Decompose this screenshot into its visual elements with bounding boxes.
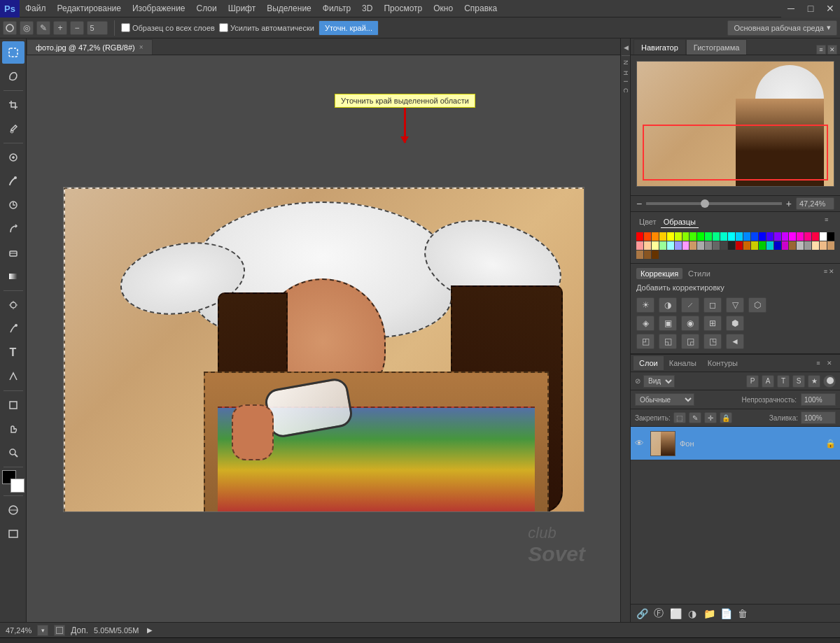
layers-close-btn[interactable]: ✕ (825, 358, 834, 368)
background-color[interactable] (10, 479, 24, 493)
correction-menu[interactable]: ≡ (824, 268, 827, 279)
blend-mode-select[interactable]: Обычные (635, 393, 694, 406)
zoom-level-btn[interactable]: ▾ (37, 625, 48, 636)
brush-size-input[interactable]: 5 (87, 21, 108, 35)
correction-tab[interactable]: Коррекция (636, 268, 682, 279)
swatch-gray[interactable] (705, 241, 712, 250)
menu-file[interactable]: Файл (20, 0, 52, 17)
swatch-violet-blue[interactable] (766, 232, 774, 241)
swatch-light-green[interactable] (659, 241, 666, 250)
vibrance-icon[interactable]: ▽ (726, 297, 744, 313)
auto-enhance-checkbox-input[interactable] (219, 23, 228, 32)
swatch-purple[interactable] (782, 232, 789, 241)
swatch-dark-green[interactable] (759, 241, 766, 250)
menu-image[interactable]: Изображение (127, 0, 191, 17)
layer-link-btn[interactable]: 🔗 (635, 607, 649, 621)
invert-icon[interactable]: ◰ (636, 334, 654, 349)
swatch-skin-dark[interactable] (827, 241, 834, 250)
swatch-yellow-orange[interactable] (659, 232, 666, 241)
swatch-silver[interactable] (797, 241, 804, 250)
swatch-white[interactable] (820, 232, 827, 241)
swatch-peach[interactable] (644, 241, 651, 250)
swatch-dark-orange[interactable] (743, 241, 750, 250)
photo-filter-icon[interactable]: ◉ (681, 316, 699, 331)
filter-shape-btn[interactable]: S (792, 375, 805, 388)
swatch-chartreuse[interactable] (682, 232, 690, 241)
sample-all-layers-checkbox[interactable]: Образец со всех слоев (121, 23, 215, 32)
path-selection-tool[interactable] (2, 365, 24, 388)
swatch-turquoise[interactable] (720, 232, 727, 241)
new-layer-btn[interactable]: 📄 (719, 607, 733, 621)
swatch-tan[interactable] (690, 241, 696, 250)
auto-enhance-checkbox[interactable]: Усилить автоматически (219, 23, 314, 32)
zoom-in-btn[interactable]: + (786, 198, 792, 209)
menu-3d[interactable]: 3D (356, 0, 378, 17)
quick-mask-btn[interactable] (2, 499, 24, 521)
swatches-menu[interactable]: ≡ (825, 216, 834, 226)
minimize-button[interactable]: ─ (781, 0, 801, 17)
pen-tool[interactable] (2, 318, 24, 340)
new-group-btn[interactable]: 📁 (702, 607, 716, 621)
swatch-crimson[interactable] (812, 232, 819, 241)
swatch-red[interactable] (636, 232, 643, 241)
clone-stamp-tool[interactable] (2, 194, 24, 216)
zoom-out-btn[interactable]: − (636, 198, 642, 209)
color-tab-swatches[interactable]: Образцы (661, 216, 699, 228)
layer-mask-btn[interactable]: ⬜ (668, 607, 682, 621)
shape-tool[interactable] (2, 394, 24, 416)
history-brush-tool[interactable] (2, 218, 24, 240)
quick-selection-tool[interactable] (2, 41, 24, 64)
layer-visibility-toggle[interactable]: 👁 (635, 438, 646, 449)
levels-icon[interactable]: ◑ (659, 297, 677, 313)
posterize-icon[interactable]: ◱ (659, 334, 677, 349)
swatch-rose[interactable] (797, 232, 804, 241)
layers-menu-btn[interactable]: ≡ (813, 358, 823, 368)
sub-btn[interactable]: − (70, 21, 84, 35)
brush-style-btn[interactable]: ◎ (20, 21, 34, 35)
navigator-tab[interactable]: Навигатор (634, 39, 686, 55)
zoom-tool[interactable] (2, 441, 24, 464)
swatch-green[interactable] (697, 232, 704, 241)
swatch-magenta[interactable] (789, 232, 796, 241)
swatch-olive[interactable] (751, 241, 758, 250)
photo-canvas[interactable] (63, 187, 584, 512)
selectivecolor-icon[interactable]: ◄ (726, 334, 744, 349)
swatch-green-yellow[interactable] (690, 232, 696, 241)
layer-style-btn[interactable]: Ⓕ (652, 607, 666, 621)
swatch-light-pink[interactable] (636, 241, 643, 250)
menu-help[interactable]: Справка (458, 0, 503, 17)
panel-icon-nav[interactable]: N (622, 57, 629, 68)
fill-input[interactable] (801, 411, 836, 424)
crop-tool[interactable] (2, 94, 24, 116)
swatch-dark-gray[interactable] (713, 241, 720, 250)
swatch-near-black[interactable] (728, 241, 735, 250)
swatch-navy[interactable] (774, 241, 781, 250)
filter-smart-btn[interactable]: ★ (808, 375, 820, 388)
status-next-btn[interactable]: ▶ (144, 625, 155, 636)
gradient-tool[interactable] (2, 265, 24, 288)
swatch-dark-red[interactable] (736, 241, 743, 250)
workspace-dropdown[interactable]: Основная рабочая среда ▾ (727, 20, 837, 36)
eraser-tool[interactable] (2, 241, 24, 264)
new-adjustment-layer-btn[interactable]: ◑ (685, 607, 699, 621)
eyedropper-tool[interactable] (2, 118, 24, 140)
lock-transparent-btn[interactable]: ⬚ (673, 412, 686, 423)
layer-item-fon[interactable]: 👁 Фон 🔒 (631, 427, 840, 460)
brightness-contrast-icon[interactable]: ☀ (636, 297, 654, 313)
bw-icon[interactable]: ▣ (659, 316, 677, 331)
close-window-button[interactable]: ✕ (820, 0, 840, 17)
swatch-medium-gray[interactable] (804, 241, 811, 250)
tool-preset-picker[interactable] (3, 21, 17, 35)
menu-edit[interactable]: Редактирование (52, 0, 127, 17)
hand-tool[interactable] (2, 418, 24, 440)
swatch-brown[interactable] (789, 241, 796, 250)
menu-layers[interactable]: Слои (191, 0, 223, 17)
hsl-icon[interactable]: ⬡ (748, 297, 766, 313)
threshold-icon[interactable]: ◲ (681, 334, 699, 349)
swatch-mint[interactable] (713, 232, 720, 241)
layers-tab[interactable]: Слои (634, 356, 664, 370)
nav-panel-menu[interactable]: ≡ (816, 45, 826, 55)
swatch-light-cyan[interactable] (667, 241, 674, 250)
proof-color-btn[interactable] (54, 625, 65, 636)
maximize-button[interactable]: □ (801, 0, 820, 17)
